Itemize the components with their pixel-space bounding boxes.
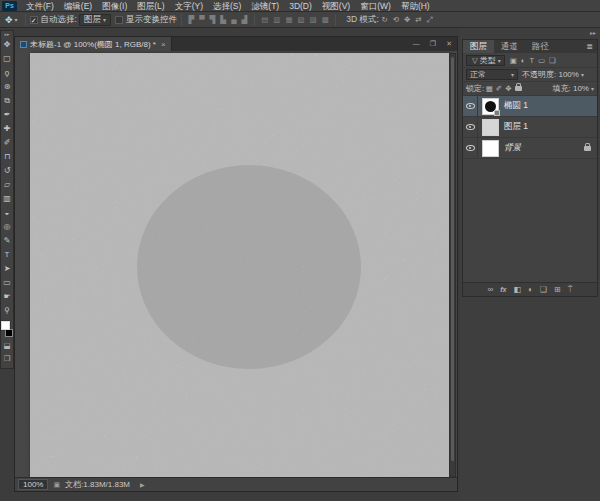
lasso-tool[interactable]: ϙ [1,66,14,80]
align-right-icon[interactable]: ▜ [207,15,218,24]
layer-thumbnail[interactable] [482,140,499,157]
vertical-scrollbar[interactable] [449,53,456,477]
menu-view[interactable]: 视图(V) [317,0,355,12]
background-color-swatch[interactable] [5,329,13,337]
new-layer-icon[interactable]: ⊞ [554,283,561,297]
lock-position-icon[interactable]: ✥ [504,84,513,93]
visibility-cell[interactable] [463,117,478,137]
blend-mode-dropdown[interactable]: 正常 ▾ [466,69,518,80]
lock-pixels-icon[interactable]: ✐ [494,84,503,93]
show-transform-checkbox[interactable]: · [115,16,123,24]
filter-type-dropdown[interactable]: ▽ 类型 ▾ [466,55,505,66]
close-icon[interactable]: × [161,40,166,49]
minimize-icon[interactable]: — [408,37,425,51]
new-group-icon[interactable]: ❏ [540,283,547,297]
document-tab[interactable]: 未标题-1 @ 100%(椭圆 1, RGB/8) * × [15,37,172,51]
panel-menu-icon[interactable]: ≣ [586,40,597,53]
layer-name[interactable]: 椭圆 1 [504,100,528,112]
align-middle-icon[interactable]: ▄ [229,15,239,24]
delete-layer-icon[interactable]: ⍑ [568,283,573,297]
hand-tool[interactable]: ☛ [1,290,14,304]
type-tool[interactable]: T [1,248,14,262]
brush-tool[interactable]: ✐ [1,136,14,150]
gradient-tool[interactable]: ▥ [1,192,14,206]
toolbar-collapse-icon[interactable]: ▸▸ [4,31,9,38]
distribute-right-icon[interactable]: ▩ [319,15,331,24]
link-layers-icon[interactable]: ∞ [487,283,493,297]
layer-row-background[interactable]: 背景 [463,138,597,159]
layer-style-icon[interactable]: fx [500,283,506,297]
visibility-cell[interactable] [463,138,478,158]
shape-tool[interactable]: ▭ [1,276,14,290]
3d-drag-icon[interactable]: ✥ [401,15,412,24]
zoom-tool[interactable]: ⚲ [1,304,14,318]
distribute-middle-icon[interactable]: ▥ [271,15,283,24]
menu-select[interactable]: 选择(S) [208,0,246,12]
move-tool-preset[interactable]: ✥ ▾ [0,15,21,25]
eyedropper-tool[interactable]: ✒ [1,108,14,122]
distribute-center-icon[interactable]: ▨ [307,15,319,24]
menu-layer[interactable]: 图层(L) [132,0,169,12]
lock-transparent-icon[interactable]: ▦ [484,84,494,93]
filter-adjustment-icon[interactable]: ◐ [519,56,528,65]
layer-name[interactable]: 图层 1 [504,121,528,133]
restore-icon[interactable]: ❐ [425,37,441,51]
menu-edit[interactable]: 编辑(E) [59,0,97,12]
blur-tool[interactable]: ◒ [1,206,14,220]
menu-window[interactable]: 窗口(W) [355,0,396,12]
layer-row-layer-1[interactable]: 图层 1 [463,117,597,138]
menu-type[interactable]: 文字(Y) [170,0,208,12]
menu-3d[interactable]: 3D(D) [284,0,317,12]
screen-mode-icon[interactable]: ❐ [1,352,14,365]
distribute-bottom-icon[interactable]: ▦ [283,15,295,24]
3d-slide-icon[interactable]: ⇄ [413,15,424,24]
status-icon[interactable]: ▣ [53,481,60,489]
distribute-left-icon[interactable]: ▧ [295,15,307,24]
add-mask-icon[interactable]: ◧ [513,283,521,297]
tab-channels[interactable]: 通道 [494,40,525,53]
menu-image[interactable]: 图像(I) [97,0,132,12]
zoom-level-field[interactable]: 100% [18,479,48,490]
menu-filter[interactable]: 滤镜(T) [246,0,284,12]
path-selection-tool[interactable]: ➤ [1,262,14,276]
filter-type-text-icon[interactable]: T [527,56,536,65]
status-menu-arrow-icon[interactable]: ▶ [140,481,145,488]
history-brush-tool[interactable]: ↺ [1,164,14,178]
tab-paths[interactable]: 路径 [525,40,556,53]
align-bottom-icon[interactable]: ▟ [239,15,250,24]
dodge-tool[interactable]: ◎ [1,220,14,234]
tab-layers[interactable]: 图层 [463,40,494,53]
pen-tool[interactable]: ✎ [1,234,14,248]
crop-tool[interactable]: ⧉ [1,94,14,108]
eraser-tool[interactable]: ▱ [1,178,14,192]
auto-select-dropdown[interactable]: 图层 ▾ [79,14,111,26]
layer-row-ellipse-1[interactable]: 椭圆 1 [463,96,597,117]
move-tool[interactable]: ✥ [1,38,14,52]
marquee-tool[interactable]: ▢ [1,52,14,66]
filter-pixel-icon[interactable]: ▣ [508,56,519,65]
3d-rotate-icon[interactable]: ↻ [379,15,390,24]
layer-thumbnail[interactable] [482,98,499,115]
lock-all-icon[interactable] [515,86,522,91]
3d-roll-icon[interactable]: ⟲ [390,15,401,24]
quick-selection-tool[interactable]: ⊛ [1,80,14,94]
auto-select-checkbox[interactable]: ✓ [30,16,38,24]
filter-smart-object-icon[interactable]: ❏ [547,56,558,65]
opacity-value[interactable]: 100% [558,70,578,79]
align-top-icon[interactable]: ▙ [218,15,229,24]
layer-name[interactable]: 背景 [504,142,521,154]
close-window-icon[interactable]: ✕ [441,37,457,51]
quick-mask-icon[interactable]: ⬓ [1,339,14,352]
menu-help[interactable]: 帮助(H) [396,0,435,12]
align-left-icon[interactable]: ▛ [186,15,197,24]
foreground-color-swatch[interactable] [1,321,10,330]
scrollbar-thumb[interactable] [451,57,454,461]
healing-brush-tool[interactable]: ✚ [1,122,14,136]
menu-file[interactable]: 文件(F) [21,0,59,12]
distribute-top-icon[interactable]: ▤ [259,15,271,24]
layer-thumbnail[interactable] [482,119,499,136]
filter-shape-icon[interactable]: ▭ [536,56,547,65]
3d-scale-icon[interactable]: ⤢ [424,15,435,25]
adjustment-layer-icon[interactable]: ◐ [528,283,533,297]
fill-value[interactable]: 10% [573,84,589,93]
